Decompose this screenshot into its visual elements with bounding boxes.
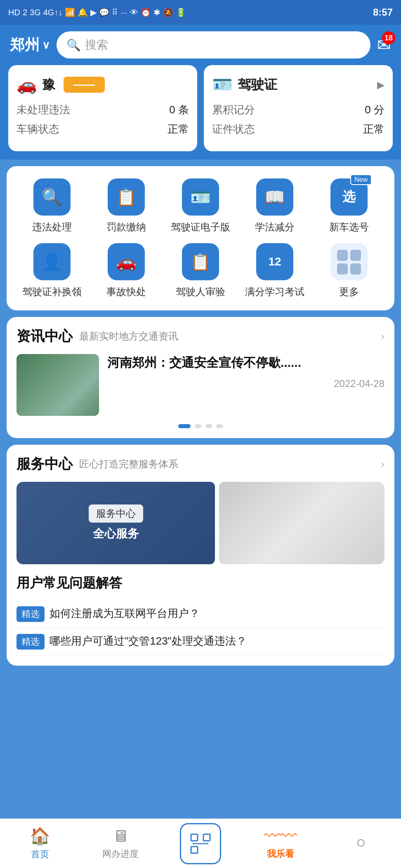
news-dot-1[interactable] [178, 424, 191, 428]
cert-status-row: 证件状态 正常 [212, 122, 384, 136]
vehicle-plate-display: 豫 [42, 76, 55, 94]
search-bar[interactable]: 🔍 搜索 [57, 31, 370, 59]
more-label: 更多 [339, 285, 359, 298]
service-accident[interactable]: 🚗 事故快处 [89, 243, 163, 298]
cert-status-label: 证件状态 [212, 122, 255, 136]
services-section: 🔍 违法处理 📋 罚款缴纳 🪪 驾驶证电子版 📖 学法减分 [7, 166, 394, 310]
exam-label: 满分学习考试 [245, 285, 304, 298]
service-violation[interactable]: 🔍 违法处理 [15, 178, 89, 233]
vehicle-status-label: 车辆状态 [17, 122, 59, 136]
location-button[interactable]: 郑州 ∨ [10, 35, 50, 55]
license-arrow-icon: ▶ [377, 79, 384, 91]
bottom-nav: 🏠 首页 🖥 网办进度 〰〰 我乐看 ○ [0, 819, 401, 868]
wifi-icon: 📶 [65, 7, 75, 17]
svg-rect-2 [191, 847, 198, 853]
alarm-icon: ⏰ [141, 7, 151, 17]
news-subtitle: 最新实时地方交通资讯 [79, 330, 178, 343]
audit-label: 驾驶人审验 [176, 285, 225, 298]
scan-icon [180, 823, 221, 864]
network-icon: 2 [23, 8, 27, 17]
faq-text-2: 哪些用户可通过"交管123"处理交通违法？ [50, 634, 247, 648]
nav-home[interactable]: 🏠 首页 [0, 819, 80, 868]
service-audit[interactable]: 📋 驾驶人审验 [163, 243, 238, 298]
home-icon: 🏠 [30, 826, 50, 846]
renew-label: 驾驶证补换领 [22, 285, 82, 298]
nav-scan[interactable] [160, 819, 241, 868]
accident-label: 事故快处 [106, 285, 146, 298]
elicense-icon: 🪪 [182, 178, 219, 216]
battery-icon: 🔋 [176, 7, 186, 17]
mail-button[interactable]: ✉ 18 [377, 35, 391, 54]
nav-wolkensee[interactable]: 〰〰 我乐看 [241, 819, 321, 868]
service-center-subtitle: 匠心打造完整服务体系 [79, 457, 178, 471]
cert-status-value: 正常 [363, 122, 384, 136]
car-icon: 🚗 [17, 75, 37, 94]
service-center-image-sublabel: 全心服务 [93, 526, 139, 542]
violations-row: 未处理违法 0 条 [17, 103, 189, 117]
violations-label: 未处理违法 [17, 103, 70, 117]
apps-icon: ⠿ [112, 7, 118, 17]
news-image [17, 354, 99, 416]
service-more[interactable]: 更多 [312, 243, 386, 298]
hd-icon: HD [8, 8, 20, 17]
status-bar: HD 2 3G 4G↑↓ 📶 🔔 ▶ 💬 ⠿ ··· 👁 ⏰ ✱ 🔕 🔋 8:5… [0, 0, 401, 25]
faq-title: 用户常见问题解答 [17, 574, 384, 592]
license-card[interactable]: 🪪 驾驶证 ▶ 累积记分 0 分 证件状态 正常 [204, 65, 393, 151]
news-dot-2[interactable] [195, 424, 201, 428]
search-placeholder: 搜索 [85, 37, 108, 53]
service-center-title: 服务中心 [17, 455, 73, 474]
news-content: 河南郑州：交通安全宣传不停歇...... 2022-04-28 [107, 354, 384, 416]
news-date: 2022-04-28 [107, 378, 384, 389]
renew-icon: 👤 [33, 243, 71, 280]
newcar-icon: 选 New [330, 178, 368, 216]
nav-more2[interactable]: ○ [321, 819, 401, 868]
more-icon [330, 243, 368, 280]
service-exam[interactable]: 12 满分学习考试 [238, 243, 312, 298]
news-item[interactable]: 河南郑州：交通安全宣传不停歇...... 2022-04-28 [17, 354, 384, 416]
vehicle-section: 🚗 豫 —— 未处理违法 0 条 车辆状态 正常 🪪 驾驶证 ▶ 累积记分 [0, 65, 401, 160]
points-value: 0 分 [365, 103, 384, 117]
chat-icon: 💬 [99, 7, 109, 17]
violations-value: 0 条 [169, 103, 189, 117]
service-elicense[interactable]: 🪪 驾驶证电子版 [163, 178, 238, 233]
points-row: 累积记分 0 分 [212, 103, 384, 117]
service-learn[interactable]: 📖 学法减分 [238, 178, 312, 233]
service-fine[interactable]: 📋 罚款缴纳 [89, 178, 163, 233]
play-icon: ▶ [90, 7, 97, 17]
nav-online[interactable]: 🖥 网办进度 [80, 819, 160, 868]
service-center-images: 服务中心 全心服务 [17, 482, 384, 564]
waves-icon: 〰〰 [264, 827, 297, 845]
svg-rect-1 [203, 834, 210, 841]
svg-rect-0 [191, 834, 198, 841]
exam-icon: 12 [256, 243, 293, 280]
app-header: 郑州 ∨ 🔍 搜索 ✉ 18 [0, 25, 401, 65]
news-arrow-icon[interactable]: › [381, 330, 384, 343]
news-dot-4[interactable] [216, 424, 223, 428]
faq-item-2[interactable]: 精选 哪些用户可通过"交管123"处理交通违法？ [17, 628, 384, 656]
news-section: 资讯中心 最新实时地方交通资讯 › 河南郑州：交通安全宣传不停歇...... 2… [7, 317, 394, 438]
status-icons: HD 2 3G 4G↑↓ 📶 🔔 ▶ 💬 ⠿ ··· 👁 ⏰ ✱ 🔕 🔋 [8, 7, 186, 17]
status-time: 8:57 [373, 7, 393, 18]
points-label: 累积记分 [212, 103, 255, 117]
service-center-image-right [219, 482, 384, 564]
news-dot-3[interactable] [205, 424, 212, 428]
plate-hidden: —— [64, 77, 105, 93]
fine-icon: 📋 [108, 178, 145, 216]
ellipsis-icon: ··· [120, 8, 127, 17]
vehicle-card[interactable]: 🚗 豫 —— 未处理违法 0 条 车辆状态 正常 [8, 65, 197, 151]
vehicle-status-row: 车辆状态 正常 [17, 122, 189, 136]
faq-item-1[interactable]: 精选 如何注册成为互联网平台用户？ [17, 601, 384, 628]
location-text: 郑州 [10, 35, 40, 55]
service-center-arrow-icon[interactable]: › [381, 457, 384, 471]
bluetooth-icon: ✱ [153, 7, 160, 17]
violation-label: 违法处理 [32, 221, 72, 233]
vehicle-status-value: 正常 [167, 122, 189, 136]
service-renew[interactable]: 👤 驾驶证补换领 [15, 243, 89, 298]
service-newcar[interactable]: 选 New 新车选号 [312, 178, 386, 233]
faq-text-1: 如何注册成为互联网平台用户？ [50, 606, 200, 621]
search-icon: 🔍 [66, 38, 81, 52]
signal-3g: 3G [30, 8, 41, 17]
news-title-label: 资讯中心 [17, 327, 73, 346]
elicense-label: 驾驶证电子版 [171, 221, 230, 233]
eye-icon: 👁 [130, 8, 138, 17]
